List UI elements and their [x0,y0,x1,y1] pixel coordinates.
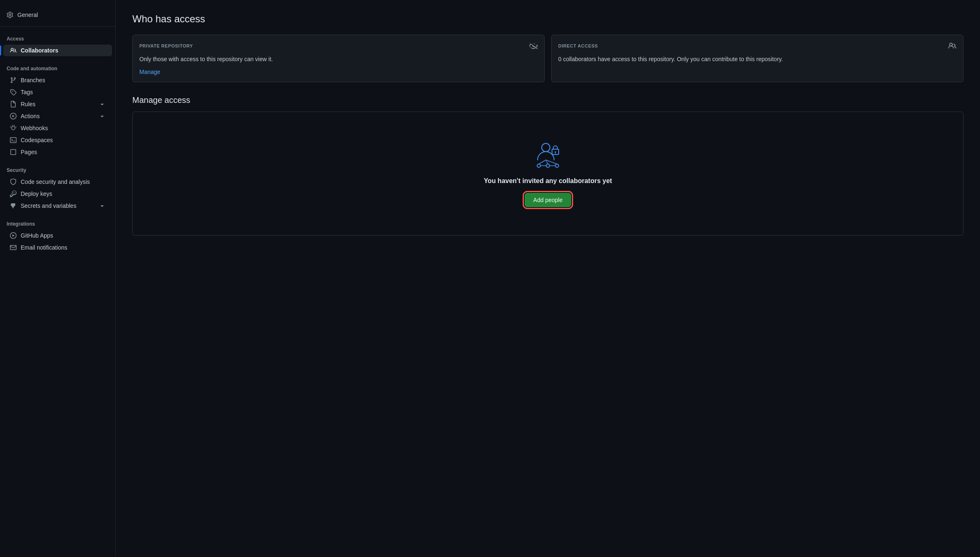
access-section-label: Access [0,33,115,44]
main-content: Who has access PRIVATE REPOSITORY Only t… [116,0,980,557]
sidebar-item-codespaces[interactable]: Codespaces [3,134,112,146]
tag-icon [10,89,17,95]
sidebar-item-rules[interactable]: Rules [3,98,112,110]
shield-icon [10,179,17,185]
rules-chevron-icon [99,101,105,107]
collaborators-label: Collaborators [21,47,105,54]
code-automation-label: Code and automation [0,63,115,74]
add-people-button[interactable]: Add people [525,193,571,207]
key-icon [10,190,17,197]
webhooks-label: Webhooks [21,125,105,131]
private-repo-card-header: PRIVATE REPOSITORY [139,42,538,50]
direct-access-text: 0 collaborators have access to this repo… [558,55,956,64]
email-icon [10,244,17,251]
sidebar-item-general[interactable]: General [0,7,115,23]
manage-access-box: You haven't invited any collaborators ye… [132,112,963,236]
sidebar-item-actions[interactable]: Actions [3,110,112,122]
gear-icon [7,12,13,18]
manage-link[interactable]: Manage [139,69,160,75]
codespaces-icon [10,137,17,143]
actions-chevron-icon [99,113,105,119]
private-repo-title: PRIVATE REPOSITORY [139,43,193,48]
svg-point-0 [542,143,550,152]
private-repo-icon [529,42,538,50]
github-apps-icon [10,232,17,239]
sidebar-section-access: Access Collaborators [0,30,115,60]
empty-state-text: You haven't invited any collaborators ye… [484,177,612,185]
secrets-label: Secrets and variables [21,202,99,209]
sidebar-item-tags[interactable]: Tags [3,86,112,98]
people-icon [10,47,17,54]
manage-access-title: Manage access [132,95,963,105]
svg-point-6 [555,164,559,167]
sidebar-section-security: Security Code security and analysis Depl… [0,162,115,215]
sidebar-item-collaborators[interactable]: Collaborators [3,45,112,56]
sidebar-item-code-security[interactable]: Code security and analysis [3,176,112,188]
sidebar-item-deploy-keys[interactable]: Deploy keys [3,188,112,200]
sidebar: General Access Collaborators Code and au… [0,0,116,557]
tags-label: Tags [21,89,105,95]
branches-label: Branches [21,77,105,83]
svg-point-4 [537,164,540,167]
private-repo-card: PRIVATE REPOSITORY Only those with acces… [132,35,545,82]
codespaces-label: Codespaces [21,137,105,143]
sidebar-general-label: General [17,12,38,18]
direct-access-icon [948,42,956,50]
page-title: Who has access [132,13,963,25]
secrets-chevron-icon [99,202,105,209]
sidebar-section-code-automation: Code and automation Branches Tags [0,60,115,162]
pages-icon [10,149,17,155]
email-notifications-label: Email notifications [21,244,105,251]
branch-icon [10,77,17,83]
actions-icon [10,113,17,119]
github-apps-label: GitHub Apps [21,232,105,239]
access-cards: PRIVATE REPOSITORY Only those with acces… [132,35,963,82]
sidebar-item-branches[interactable]: Branches [3,74,112,86]
rules-icon [10,101,17,107]
direct-access-card-header: DIRECT ACCESS [558,42,956,50]
svg-line-9 [539,160,546,164]
collab-illustration [531,140,564,169]
direct-access-title: DIRECT ACCESS [558,43,598,48]
sidebar-item-webhooks[interactable]: Webhooks [3,122,112,134]
code-security-label: Code security and analysis [21,179,105,185]
pages-label: Pages [21,149,105,155]
actions-label: Actions [21,113,99,119]
sidebar-item-github-apps[interactable]: GitHub Apps [3,230,112,241]
sidebar-item-email-notifications[interactable]: Email notifications [3,242,112,253]
rules-label: Rules [21,101,99,107]
sidebar-item-secrets[interactable]: Secrets and variables [3,200,112,212]
svg-point-5 [546,164,550,167]
sidebar-item-pages[interactable]: Pages [3,146,112,158]
direct-access-card: DIRECT ACCESS 0 collaborators have acces… [551,35,963,82]
private-repo-text: Only those with access to this repositor… [139,55,538,64]
secrets-icon [10,202,17,209]
integrations-section-label: Integrations [0,219,115,229]
webhooks-icon [10,125,17,131]
security-section-label: Security [0,165,115,176]
deploy-keys-label: Deploy keys [21,190,105,197]
sidebar-section-integrations: Integrations GitHub Apps Email notificat… [0,215,115,257]
